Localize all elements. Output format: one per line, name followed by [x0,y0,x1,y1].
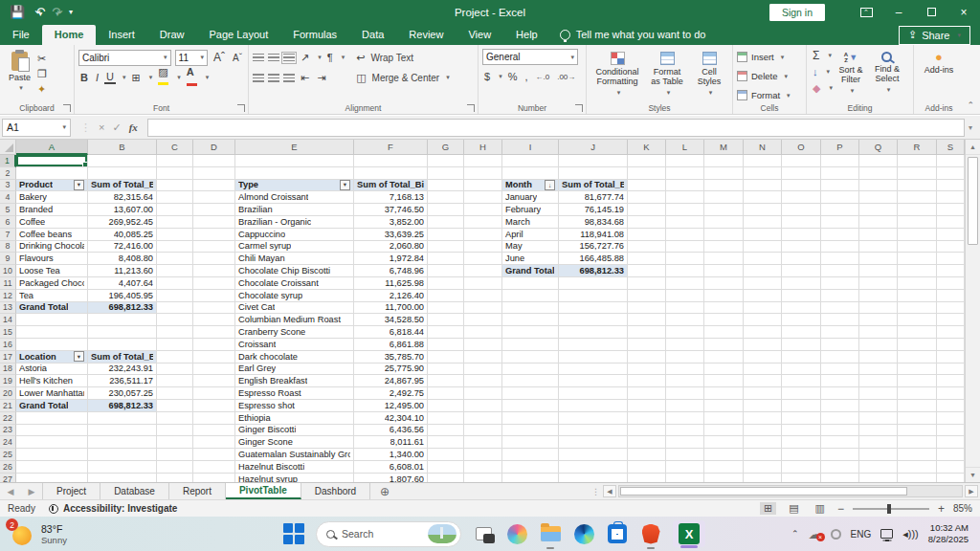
cell-B15[interactable] [88,326,157,339]
cell-Q16[interactable] [859,339,898,351]
cell-N10[interactable] [744,265,782,277]
cell-H5[interactable] [464,204,502,216]
cell-Q27[interactable] [859,474,898,482]
row-header-14[interactable]: 14 [0,314,16,326]
cell-B3[interactable]: Sum of Total_Bill [88,180,157,192]
cell-N4[interactable] [744,191,782,204]
cell-S5[interactable] [937,204,965,216]
cell-O2[interactable] [782,167,821,180]
cell-D3[interactable] [193,180,235,192]
cell-K2[interactable] [628,167,666,180]
cell-K13[interactable] [628,302,666,315]
cell-G6[interactable] [428,216,464,229]
cell-K21[interactable] [628,400,666,412]
cell-C14[interactable] [157,314,193,326]
cell-R20[interactable] [898,387,937,400]
cell-A3[interactable]: Product▾ [16,180,88,192]
menu-tab-help[interactable]: Help [503,25,550,45]
cell-N14[interactable] [744,314,782,326]
text-direction-icon[interactable]: ¶ [325,52,335,63]
cell-N16[interactable] [744,339,782,351]
cell-Q18[interactable] [859,364,898,376]
cell-D17[interactable] [193,351,235,364]
cell-P26[interactable] [821,461,859,474]
cell-A18[interactable]: Astoria [16,364,88,376]
filter-dropdown-icon[interactable]: ▾ [340,180,350,190]
enter-icon[interactable]: ✓ [112,121,121,134]
cell-E20[interactable]: Espresso Roast [235,387,354,400]
cell-P24[interactable] [821,436,859,449]
cell-M2[interactable] [704,167,744,180]
cell-Q6[interactable] [859,216,898,229]
cell-Q26[interactable] [859,461,898,474]
cell-H3[interactable] [464,180,502,192]
cell-N6[interactable] [744,216,782,229]
alignment-dialog-launcher[interactable] [467,104,475,112]
excel-taskbar-button[interactable]: X [673,520,705,547]
cell-B8[interactable]: 72,416.00 [88,241,157,253]
cell-Q7[interactable] [859,229,898,241]
cell-H13[interactable] [464,302,502,315]
cell-E24[interactable]: Ginger Scone [235,436,354,449]
cell-J14[interactable] [559,314,628,326]
cell-J19[interactable] [559,375,628,387]
middle-align-icon[interactable] [268,54,279,62]
page-break-view-icon[interactable]: ▥ [812,502,829,515]
cell-N13[interactable] [744,302,782,315]
cell-F14[interactable]: 34,528.50 [354,314,428,326]
column-header-P[interactable]: P [821,140,859,155]
zoom-slider[interactable] [853,508,929,510]
cell-F18[interactable]: 25,775.90 [354,364,428,376]
row-header-3[interactable]: 3 [0,180,16,192]
cell-L3[interactable] [666,180,704,192]
cell-F6[interactable]: 3,852.00 [354,216,428,229]
cell-R7[interactable] [898,229,937,241]
cell-H8[interactable] [464,241,502,253]
cell-C7[interactable] [157,229,193,241]
cell-C26[interactable] [157,461,193,474]
cell-F27[interactable]: 1,807.60 [354,474,428,482]
column-header-H[interactable]: H [464,140,502,155]
align-left-icon[interactable] [253,74,264,82]
row-header-26[interactable]: 26 [0,461,16,474]
tray-ring-icon[interactable] [831,529,841,540]
cell-D23[interactable] [193,425,235,437]
cell-R27[interactable] [898,474,937,482]
cell-S26[interactable] [937,461,965,474]
cell-J24[interactable] [559,436,628,449]
cell-O11[interactable] [782,277,821,290]
clock[interactable]: 10:32 AM 8/28/2025 [928,522,969,545]
cell-K19[interactable] [628,375,666,387]
cell-E6[interactable]: Brazilian - Organic [235,216,354,229]
merge-center-button[interactable]: ◫Merge & Center▾ [354,69,450,86]
cell-Q22[interactable] [859,412,898,425]
accessibility-status[interactable]: Accessibility: Investigate [49,503,178,514]
cell-L6[interactable] [666,216,704,229]
cell-F12[interactable]: 2,126.40 [354,290,428,302]
font-family-select[interactable]: Calibri▾ [78,50,171,66]
delete-cells-button[interactable]: Delete▾ [737,68,791,84]
cell-J11[interactable] [559,277,628,290]
clear-icon[interactable]: ◆ [811,82,822,95]
cell-I11[interactable] [502,277,559,290]
next-sheet-icon[interactable]: ▶ [29,487,35,496]
cell-G23[interactable] [428,425,464,437]
cell-K9[interactable] [628,253,666,265]
cell-L11[interactable] [666,277,704,290]
fill-icon[interactable]: ↓ [811,66,820,77]
cell-Q14[interactable] [859,314,898,326]
find-select-button[interactable]: Find & Select ▾ [869,49,905,97]
cell-N21[interactable] [744,400,782,412]
cell-O16[interactable] [782,339,821,351]
cell-C11[interactable] [157,277,193,290]
column-header-C[interactable]: C [157,140,193,155]
cell-L27[interactable] [666,474,704,482]
cell-A1[interactable] [16,155,88,167]
row-header-15[interactable]: 15 [0,326,16,339]
name-box[interactable]: A1▾ [2,119,71,137]
cell-B5[interactable]: 13,607.00 [88,204,157,216]
filter-dropdown-icon[interactable]: ▾ [74,180,84,190]
cell-A11[interactable]: Packaged Chocola [16,277,88,290]
cell-Q3[interactable] [859,180,898,192]
cell-N19[interactable] [744,375,782,387]
